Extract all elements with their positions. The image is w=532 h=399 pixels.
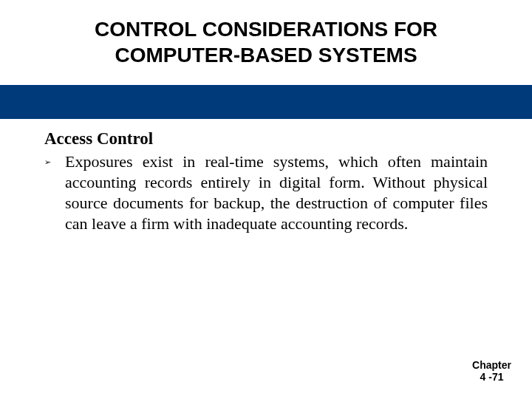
title-line-1: CONTROL CONSIDERATIONS FOR (44, 16, 488, 42)
chevron-right-icon: ➢ (44, 151, 65, 172)
slide-footer: Chapter 4 -71 (472, 359, 511, 383)
slide-title: CONTROL CONSIDERATIONS FOR COMPUTER-BASE… (0, 0, 532, 75)
footer-page-number: 4 -71 (472, 371, 511, 383)
content-area: Access Control ➢ Exposures exist in real… (44, 129, 488, 234)
title-line-2: COMPUTER-BASED SYSTEMS (44, 42, 488, 68)
slide: CONTROL CONSIDERATIONS FOR COMPUTER-BASE… (0, 0, 532, 399)
accent-bar (0, 85, 532, 119)
footer-chapter-label: Chapter (472, 359, 511, 371)
bullet-text: Exposures exist in real-time systems, wh… (65, 151, 488, 234)
section-heading: Access Control (44, 129, 488, 149)
bullet-item: ➢ Exposures exist in real-time systems, … (44, 151, 488, 234)
